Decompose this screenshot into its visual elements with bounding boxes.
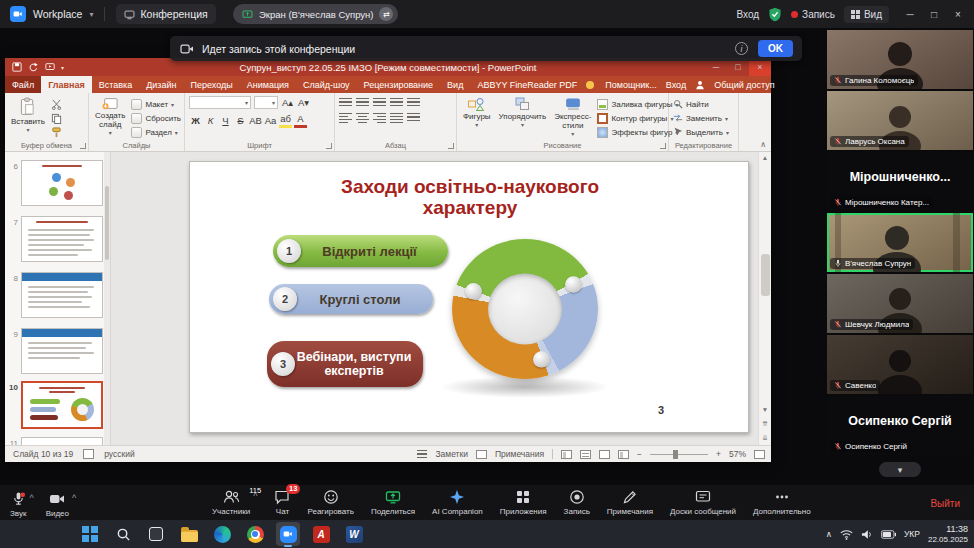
react-button[interactable]: Реагировать — [307, 489, 353, 516]
slide-10[interactable]: Заходи освітньо-наукового характеру 1 Ві… — [189, 161, 749, 433]
tab-review[interactable]: Рецензирование — [357, 76, 441, 93]
apps-button[interactable]: Приложения — [500, 489, 547, 516]
format-painter-button[interactable] — [51, 126, 62, 138]
highlight-color-button[interactable]: аб — [279, 113, 292, 128]
columns-icon[interactable] — [407, 113, 420, 123]
boards-button[interactable]: Доски сообщений — [670, 489, 736, 516]
new-slide-button[interactable]: Создать слайд ▾ — [93, 96, 127, 139]
previous-slide-icon[interactable]: ⇈ — [759, 420, 771, 428]
find-button[interactable]: Найти — [673, 98, 729, 110]
shared-screen-pill[interactable]: Экран (В'ячеслав Супрун) ⇄ — [233, 4, 398, 24]
fit-to-window-button[interactable] — [754, 450, 765, 459]
normal-view-button[interactable] — [561, 450, 572, 459]
word-button[interactable]: W — [342, 522, 366, 546]
cut-button[interactable] — [51, 98, 62, 110]
thumbnail-scrollbar[interactable] — [104, 152, 110, 445]
participant-tile[interactable]: Лаврусь Оксана — [827, 91, 973, 150]
acrobat-button[interactable]: A — [309, 522, 333, 546]
font-size-select[interactable]: ▾ — [254, 96, 278, 109]
slideshow-view-button[interactable] — [618, 450, 629, 459]
shape-fill-button[interactable]: Заливка фигуры▾ — [597, 98, 678, 110]
section-button[interactable]: Раздел▾ — [131, 126, 181, 138]
edge-button[interactable] — [210, 522, 234, 546]
ai-companion-button[interactable]: AI Companion — [432, 489, 483, 516]
leave-button[interactable]: Выйти — [930, 497, 960, 508]
share-screen-button[interactable]: Поделиться — [371, 489, 415, 516]
tab-transitions[interactable]: Переходы — [183, 76, 239, 93]
underline-button[interactable]: Ч — [219, 115, 232, 127]
tab-home[interactable]: Главная — [41, 76, 92, 93]
maximize-button[interactable]: □ — [922, 0, 946, 28]
ok-button[interactable]: OK — [758, 40, 793, 57]
participant-tile[interactable]: Галина Коломоєць — [827, 30, 973, 89]
line-spacing-icon[interactable] — [407, 98, 420, 108]
grow-font-button[interactable]: А▴ — [281, 97, 294, 109]
language-indicator[interactable]: русский — [104, 449, 135, 459]
participant-tile-active-speaker[interactable]: В'ячеслав Супрун — [827, 213, 973, 272]
collapse-ribbon-icon[interactable]: ∧ — [760, 140, 766, 149]
participant-tile[interactable]: Шевчук Людмила — [827, 274, 973, 333]
start-button[interactable] — [78, 522, 102, 546]
video-button[interactable]: Видео — [46, 491, 69, 518]
audio-button[interactable]: Звук — [10, 491, 26, 518]
reset-button[interactable]: Сбросить — [131, 112, 181, 124]
file-explorer-button[interactable] — [177, 522, 201, 546]
video-options-chevron[interactable]: ^ — [72, 493, 76, 503]
thumb-preview[interactable] — [21, 160, 103, 206]
slide-title[interactable]: Заходи освітньо-наукового характеру — [300, 176, 640, 219]
comments-toggle[interactable]: Примечания — [495, 449, 544, 459]
bold-button[interactable]: Ж — [189, 115, 202, 127]
copy-button[interactable] — [51, 112, 62, 124]
font-color-button[interactable]: А — [294, 113, 307, 128]
slide-sorter-view-button[interactable] — [580, 450, 591, 459]
change-case-button[interactable]: Аа — [264, 115, 277, 127]
signin-link[interactable]: Вход — [736, 9, 759, 20]
decrease-indent-icon[interactable] — [373, 98, 386, 108]
select-button[interactable]: Выделить▾ — [673, 126, 729, 138]
speaker-icon[interactable] — [861, 529, 873, 540]
more-button[interactable]: Дополнительно — [753, 489, 811, 516]
zoom-slider[interactable] — [650, 454, 708, 455]
font-dialog-launcher[interactable] — [326, 143, 332, 149]
record-button[interactable]: Запись — [564, 489, 590, 516]
taskbar-search-button[interactable] — [111, 522, 135, 546]
bullets-icon[interactable] — [339, 98, 352, 108]
thumb-preview[interactable] — [21, 272, 103, 318]
justify-button[interactable] — [390, 113, 403, 123]
chevron-down-icon[interactable]: ▾ — [89, 10, 93, 19]
scroll-down-icon[interactable]: ▼ — [759, 406, 771, 413]
replace-button[interactable]: Заменить▾ — [673, 112, 729, 124]
participant-tile[interactable]: Савенко — [827, 335, 973, 394]
save-icon[interactable] — [12, 62, 22, 72]
wifi-icon[interactable] — [840, 529, 853, 540]
scroll-up-icon[interactable]: ▲ — [759, 154, 771, 161]
thumb-preview[interactable] — [21, 216, 103, 262]
slide-item-2[interactable]: 2 Круглі столи — [269, 284, 433, 314]
zoom-slider-thumb[interactable] — [673, 450, 678, 459]
language-switcher[interactable]: УКР — [904, 529, 920, 539]
zoom-out-button[interactable]: − — [637, 449, 642, 459]
assistant-label[interactable]: Помощник... — [605, 80, 657, 90]
layout-button[interactable]: Макет▾ — [131, 98, 181, 110]
quick-styles-button[interactable]: Экспресс-стили ▾ — [552, 96, 593, 139]
tray-overflow-chevron[interactable]: ∧ — [826, 529, 832, 539]
numbering-icon[interactable] — [356, 98, 369, 108]
zoom-in-button[interactable]: + — [716, 449, 721, 459]
tab-file[interactable]: Файл — [5, 76, 41, 93]
info-icon[interactable]: i — [735, 42, 748, 55]
canvas-scrollbar[interactable]: ▲ ▼ ⇈ ⇊ — [758, 152, 771, 445]
slide-item-1[interactable]: 1 Відкриті лекції — [273, 235, 448, 267]
shape-outline-button[interactable]: Контур фигуры▾ — [597, 112, 678, 124]
close-button[interactable]: × — [946, 0, 970, 28]
reading-view-button[interactable] — [599, 450, 610, 459]
battery-icon[interactable] — [881, 530, 896, 539]
participants-button[interactable]: 115 Участники — [212, 489, 250, 516]
ppt-signin[interactable]: Вход — [666, 80, 686, 90]
character-spacing-button[interactable]: АВ — [249, 115, 262, 127]
donut-chart[interactable] — [452, 239, 598, 379]
spellcheck-icon[interactable] — [83, 449, 94, 459]
security-shield-icon[interactable] — [768, 7, 782, 22]
drawing-dialog-launcher[interactable] — [660, 143, 666, 149]
tab-abbyy[interactable]: ABBYY FineReader PDF — [470, 76, 584, 93]
share-button[interactable]: Общий доступ — [714, 80, 774, 90]
